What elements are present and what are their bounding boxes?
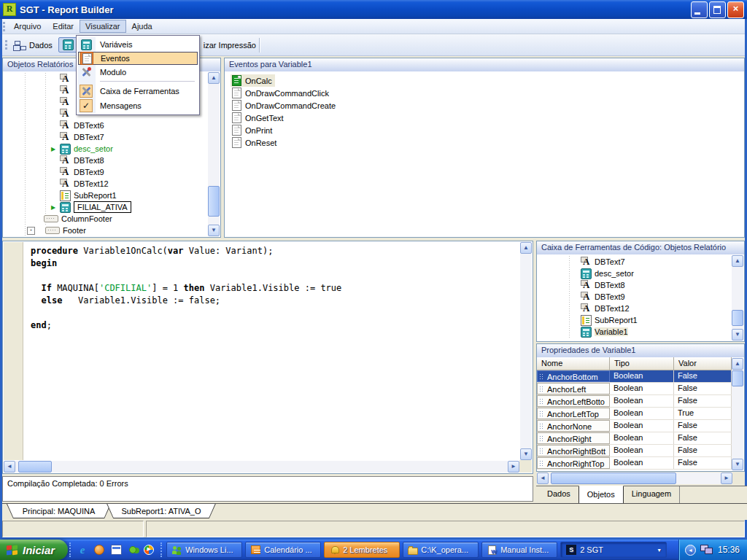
scroll-up-arrow[interactable]: ▲ bbox=[520, 242, 532, 254]
property-value-cell[interactable]: False bbox=[674, 432, 732, 444]
event-item-ondrawcommandclick[interactable]: OnDrawCommandClick bbox=[225, 87, 744, 99]
drag-handle-icon[interactable] bbox=[539, 386, 544, 393]
toolbar-grip[interactable] bbox=[5, 40, 7, 50]
tab-linguagem[interactable]: Linguagem bbox=[624, 486, 680, 504]
properties-vscrollbar[interactable]: ▲ ▼ bbox=[732, 358, 743, 470]
scroll-thumb[interactable] bbox=[208, 186, 220, 217]
drag-handle-icon[interactable] bbox=[539, 435, 544, 443]
msn-messenger-icon[interactable] bbox=[129, 546, 136, 553]
scroll-down-arrow[interactable]: ▼ bbox=[732, 459, 743, 470]
property-row-anchorrightbott[interactable]: AnchorRightBottBooleanFalse bbox=[537, 445, 732, 457]
tree-item-dbtext8[interactable]: DBText8 bbox=[3, 155, 208, 166]
event-item-onreset[interactable]: OnReset bbox=[225, 136, 744, 149]
property-row-anchorleftbotto[interactable]: AnchorLeftBottoBooleanFalse bbox=[537, 395, 732, 408]
network-monitors-icon[interactable] bbox=[700, 545, 713, 555]
code-editor[interactable]: procedure Variable1OnCalc(var Value: Var… bbox=[23, 242, 519, 460]
tree-item-desc_setor[interactable]: ▶desc_setor bbox=[3, 143, 208, 155]
menu-ajuda[interactable]: Ajuda bbox=[126, 20, 158, 33]
toolbar-grip[interactable] bbox=[3, 22, 5, 31]
scroll-down-arrow[interactable]: ▼ bbox=[520, 448, 532, 460]
expander-minus-icon[interactable]: - bbox=[27, 227, 35, 235]
menu-visualizar[interactable]: Visualizar bbox=[80, 20, 126, 33]
scroll-right-arrow[interactable]: ► bbox=[508, 461, 519, 472]
scroll-up-arrow[interactable]: ▲ bbox=[732, 358, 743, 370]
tree-item-footer[interactable]: -Footer bbox=[3, 225, 208, 236]
scroll-left-arrow[interactable]: ◄ bbox=[4, 461, 15, 472]
taskbar-button-manual-inst-[interactable]: Manual Inst... bbox=[481, 542, 557, 558]
event-item-ongettext[interactable]: OnGetText bbox=[225, 112, 744, 124]
print-preview-button[interactable]: izar Impressão bbox=[204, 41, 256, 50]
event-item-onprint[interactable]: OnPrint bbox=[225, 124, 744, 136]
report-tab-principal-maquina[interactable]: Principal: MAQUINA bbox=[7, 504, 111, 518]
close-button[interactable]: × bbox=[727, 1, 744, 18]
tree-item-dbtext12[interactable]: DBText12 bbox=[3, 178, 208, 190]
property-row-anchorlefttop[interactable]: AnchorLeftTopBooleanTrue bbox=[537, 408, 732, 420]
tree-item-variable1[interactable]: Variable1 bbox=[537, 326, 732, 338]
property-row-anchorrighttop[interactable]: AnchorRightTopBooleanFalse bbox=[537, 457, 732, 470]
column-header-nome[interactable]: Nome bbox=[537, 357, 610, 370]
property-value-cell[interactable]: True bbox=[674, 408, 732, 419]
scroll-down-arrow[interactable]: ▼ bbox=[732, 329, 743, 341]
scroll-thumb[interactable] bbox=[551, 472, 676, 484]
scroll-left-arrow[interactable]: ◄ bbox=[537, 472, 549, 484]
scroll-up-arrow[interactable]: ▲ bbox=[208, 72, 220, 84]
property-value-cell[interactable]: False bbox=[674, 445, 732, 456]
drag-handle-icon[interactable] bbox=[539, 411, 544, 418]
property-value-cell[interactable]: False bbox=[674, 457, 732, 469]
property-value-cell[interactable]: False bbox=[674, 370, 732, 382]
menu-item-caixa-de-ferramentas[interactable]: Caixa de Ferramentas bbox=[78, 84, 198, 98]
event-item-oncalc[interactable]: OnCalc bbox=[225, 74, 744, 87]
tree-item-dbtext6[interactable]: DBText6 bbox=[3, 120, 208, 131]
ie-icon[interactable]: e bbox=[77, 544, 88, 556]
column-header-tipo[interactable]: Tipo bbox=[610, 357, 674, 370]
tree-item-dbtext12[interactable]: DBText12 bbox=[537, 303, 732, 314]
property-name-cell[interactable]: AnchorRight bbox=[537, 432, 610, 444]
property-row-anchorright[interactable]: AnchorRightBooleanFalse bbox=[537, 432, 732, 445]
drag-handle-icon[interactable] bbox=[539, 398, 544, 405]
taskbar-button-2-sgt[interactable]: S2 SGT▼ bbox=[560, 542, 667, 558]
property-row-anchorbottom[interactable]: AnchorBottomBooleanFalse bbox=[537, 370, 732, 383]
tab-dados[interactable]: Dados bbox=[539, 486, 578, 504]
calc-toolbar-button[interactable] bbox=[58, 37, 78, 52]
title-bar[interactable]: R SGT - Report Builder × bbox=[0, 0, 747, 19]
column-header-valor[interactable]: Valor bbox=[674, 357, 732, 370]
tree-item-desc_setor[interactable]: desc_setor bbox=[537, 268, 732, 279]
menu-item-variáveis[interactable]: Variáveis bbox=[78, 37, 198, 52]
property-row-anchorleft[interactable]: AnchorLeftBooleanFalse bbox=[537, 383, 732, 395]
report-tab-subreport1-ativa-o[interactable]: SubReport1: ATIVA_O bbox=[107, 504, 216, 518]
events-list[interactable]: OnCalcOnDrawCommandClickOnDrawCommandCre… bbox=[225, 71, 744, 149]
properties-hscrollbar[interactable]: ◄ ► bbox=[537, 472, 732, 484]
code-toolbox-tree[interactable]: DBText7desc_setorDBText8DBText9DBText12S… bbox=[537, 256, 732, 341]
code-hscrollbar[interactable]: ◄ ► bbox=[4, 461, 519, 472]
property-value-cell[interactable]: False bbox=[674, 383, 732, 394]
drag-handle-icon[interactable] bbox=[539, 448, 544, 455]
property-name-cell[interactable]: AnchorRightTop bbox=[537, 457, 610, 469]
property-row-anchornone[interactable]: AnchorNoneBooleanFalse bbox=[537, 420, 732, 432]
minimize-button[interactable] bbox=[691, 1, 708, 18]
restore-button[interactable] bbox=[709, 1, 726, 18]
dados-button[interactable]: Dados bbox=[10, 38, 57, 52]
property-name-cell[interactable]: AnchorNone bbox=[537, 420, 610, 432]
property-name-cell[interactable]: AnchorRightBott bbox=[537, 445, 610, 456]
property-name-cell[interactable]: AnchorLeftBotto bbox=[537, 395, 610, 407]
tree-item-columnfooter[interactable]: ColumnFooter bbox=[3, 213, 208, 225]
menu-arquivo[interactable]: Arquivo bbox=[8, 20, 47, 33]
tree-item-dbtext9[interactable]: DBText9 bbox=[537, 291, 732, 303]
drag-handle-icon[interactable] bbox=[539, 373, 544, 381]
taskbar-button-c-k-opera-[interactable]: C:\K_opera... bbox=[403, 542, 479, 558]
taskbar-button-calend-rio-[interactable]: Calendário ... bbox=[245, 542, 321, 558]
tree-item-dbtext9[interactable]: DBText9 bbox=[3, 166, 208, 178]
app-window-icon[interactable] bbox=[111, 545, 122, 555]
scroll-right-arrow[interactable]: ► bbox=[721, 472, 732, 484]
scroll-down-arrow[interactable]: ▼ bbox=[208, 225, 220, 236]
drag-handle-icon[interactable] bbox=[539, 460, 544, 467]
code-vscrollbar[interactable]: ▲ ▼ bbox=[520, 242, 532, 460]
property-name-cell[interactable]: AnchorBottom bbox=[537, 370, 610, 382]
event-item-ondrawcommandcreate[interactable]: OnDrawCommandCreate bbox=[225, 99, 744, 112]
tree-item-dbtext8[interactable]: DBText8 bbox=[537, 279, 732, 291]
menu-editar[interactable]: Editar bbox=[47, 20, 80, 33]
scroll-thumb[interactable] bbox=[732, 370, 743, 386]
scroll-up-arrow[interactable]: ▲ bbox=[732, 255, 743, 267]
property-value-cell[interactable]: False bbox=[674, 395, 732, 407]
tab-objetos[interactable]: Objetos bbox=[578, 486, 624, 504]
